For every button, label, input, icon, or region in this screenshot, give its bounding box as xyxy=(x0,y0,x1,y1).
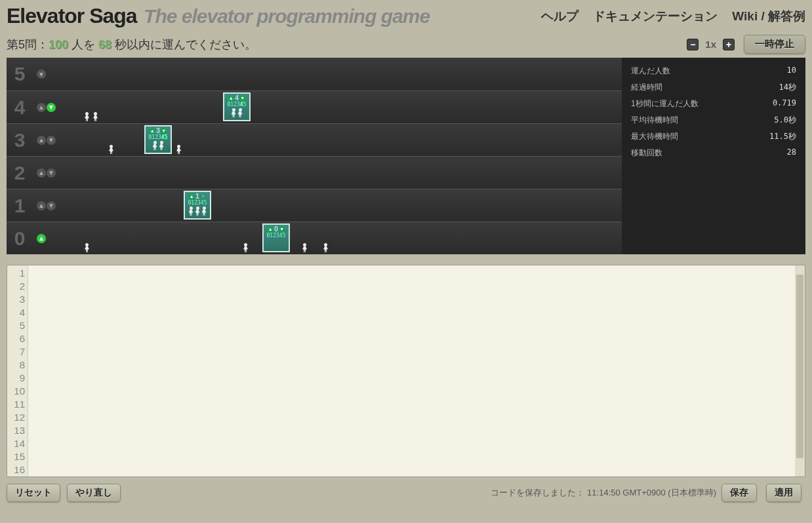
stat-label: 移動回数 xyxy=(631,147,662,159)
elevator-floor-indicator: 4 xyxy=(235,94,239,102)
person-icon xyxy=(243,243,249,252)
person-icon xyxy=(231,108,237,117)
line-number: 2 xyxy=(7,280,25,293)
elevator-up-icon: ▲ xyxy=(228,96,233,101)
editor-textarea[interactable] xyxy=(28,265,795,476)
floor-number: 0 xyxy=(7,227,33,250)
stat-row: 最大待機時間11.5秒 xyxy=(631,128,796,145)
floor-4: 4▲▼ xyxy=(7,90,622,123)
call-up-button[interactable]: ▲ xyxy=(37,168,46,178)
challenge-prefix: 第5問： xyxy=(7,38,49,51)
floor-number: 2 xyxy=(7,162,33,184)
scrollbar-thumb[interactable] xyxy=(796,275,803,458)
person-icon xyxy=(188,206,194,216)
line-number: 8 xyxy=(7,358,25,372)
nav-help[interactable]: ヘルプ xyxy=(541,8,579,25)
elevator-floor-buttons: 012345 xyxy=(188,200,207,206)
call-buttons: ▲▼ xyxy=(37,103,56,112)
elevator-indicators: ▲0▼ xyxy=(268,225,285,233)
waiting-people xyxy=(176,145,182,154)
call-down-button[interactable]: ▼ xyxy=(47,103,56,112)
undo-button[interactable]: やり直し xyxy=(67,484,121,502)
elevator-down-icon: ▼ xyxy=(161,128,167,134)
floor-number: 5 xyxy=(7,63,33,85)
call-up-button[interactable]: ▲ xyxy=(37,136,46,145)
elevator-indicators: ▲3▼ xyxy=(150,127,167,134)
waiting-people xyxy=(323,243,329,252)
editor-gutter: 12345678910111213141516 xyxy=(7,265,28,476)
call-up-button[interactable]: ▲ xyxy=(37,201,46,210)
call-down-button[interactable]: ▼ xyxy=(47,201,56,210)
line-number: 15 xyxy=(7,450,25,463)
call-down-button[interactable]: ▼ xyxy=(37,69,46,79)
line-number: 9 xyxy=(7,372,25,385)
challenge-seconds: 68 xyxy=(98,38,112,51)
title-sub: The elevator programming game xyxy=(144,5,430,27)
floor-number: 3 xyxy=(7,129,33,151)
call-down-button[interactable]: ▼ xyxy=(47,136,56,145)
stat-row: 1秒間に運んだ人数0.719 xyxy=(631,96,796,112)
stat-label: 平均待機時間 xyxy=(631,115,678,126)
floor-number: 4 xyxy=(7,96,33,119)
line-number: 4 xyxy=(7,306,25,319)
person-icon xyxy=(92,112,98,121)
editor-scrollbar[interactable] xyxy=(795,265,805,476)
stat-value: 14秒 xyxy=(779,82,796,93)
stat-label: 1秒間に運んだ人数 xyxy=(631,98,699,109)
stat-value: 0.719 xyxy=(773,98,796,109)
elevator-floor-buttons: 012345 xyxy=(228,102,247,107)
elevator-2: ▲4▼012345 xyxy=(223,92,251,121)
pause-button[interactable]: 一時停止 xyxy=(744,35,805,54)
floor-5: 5▼ xyxy=(7,58,622,90)
stat-row: 移動回数28 xyxy=(631,145,796,161)
stat-label: 経過時間 xyxy=(631,82,662,93)
call-buttons: ▲▼ xyxy=(37,201,56,210)
call-buttons: ▼ xyxy=(37,69,46,79)
elevator-floor-indicator: 3 xyxy=(156,127,160,134)
person-icon xyxy=(152,141,158,150)
nav-docs[interactable]: ドキュメンテーション xyxy=(593,8,718,25)
elevator-floor-buttons: 012345 xyxy=(267,233,286,239)
speed-decrease-button[interactable]: − xyxy=(687,39,699,50)
challenge-mid1: 人を xyxy=(68,38,98,51)
call-up-button[interactable]: ▲ xyxy=(37,234,46,243)
line-number: 14 xyxy=(7,437,25,450)
save-button[interactable]: 保存 xyxy=(721,484,757,502)
line-number: 3 xyxy=(7,293,25,306)
stat-row: 平均待機時間5.0秒 xyxy=(631,112,796,128)
line-number: 16 xyxy=(7,463,25,476)
elevator-up-icon: ▲ xyxy=(150,128,155,134)
person-icon xyxy=(159,141,165,150)
apply-button[interactable]: 適用 xyxy=(766,484,802,502)
elevator-3: ▲0▼012345 xyxy=(262,223,290,252)
floor-3: 3▲▼ xyxy=(7,123,622,156)
call-buttons: ▲▼ xyxy=(37,136,56,145)
challenge-mid2: 秒以内に運んでください。 xyxy=(112,38,256,51)
elevator-up-icon: ▲ xyxy=(189,194,194,199)
call-up-button[interactable]: ▲ xyxy=(37,103,46,112)
elevator-indicators: ▲4▼ xyxy=(228,94,245,102)
nav-wiki[interactable]: Wiki / 解答例 xyxy=(732,8,805,25)
code-editor[interactable]: 12345678910111213141516 xyxy=(7,265,805,477)
elevator-down-icon: ▼ xyxy=(279,227,285,232)
call-buttons: ▲▼ xyxy=(37,168,56,178)
line-number: 13 xyxy=(7,424,25,437)
waiting-people xyxy=(243,243,249,252)
call-down-button[interactable]: ▼ xyxy=(47,168,56,178)
waiting-people xyxy=(84,112,98,121)
line-number: 6 xyxy=(7,332,25,345)
stat-value: 5.0秒 xyxy=(774,115,796,126)
speed-increase-button[interactable]: + xyxy=(723,39,735,50)
speed-value: 1x xyxy=(702,39,719,50)
nav-links: ヘルプ ドキュメンテーション Wiki / 解答例 xyxy=(541,8,805,25)
reset-button[interactable]: リセット xyxy=(7,484,60,502)
elevator-1: ▲1▼012345 xyxy=(184,191,211,220)
save-msg-time: 11:14:50 GMT+0900 (日本標準時) xyxy=(587,488,716,497)
elevator-down-icon: ▼ xyxy=(201,194,206,199)
waiting-people xyxy=(84,243,90,252)
line-number: 10 xyxy=(7,385,25,398)
elevator-passengers xyxy=(152,141,165,150)
line-number: 11 xyxy=(7,398,25,411)
save-msg-prefix: コードを保存しました： xyxy=(491,488,587,497)
waiting-people xyxy=(302,243,308,252)
